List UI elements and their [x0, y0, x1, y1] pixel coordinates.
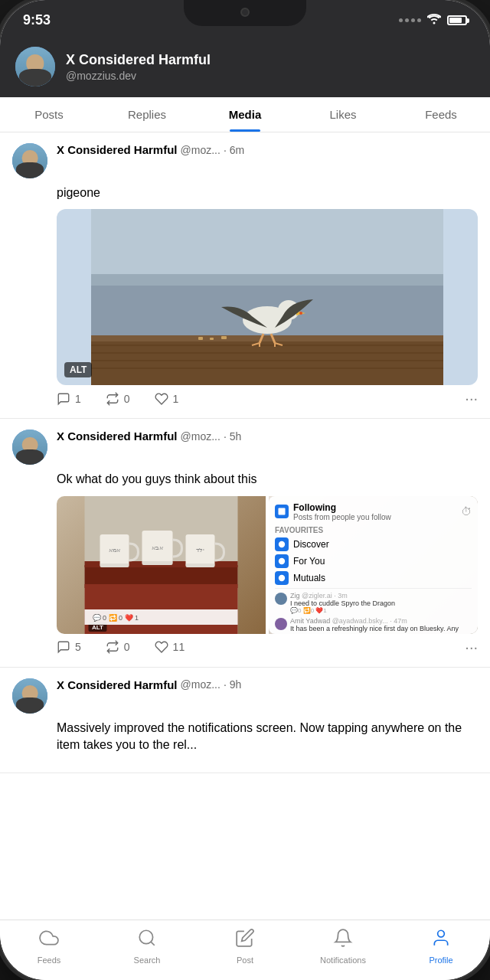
bell-icon	[333, 928, 353, 952]
post-1-avatar[interactable]	[12, 143, 47, 178]
svg-text:אמא: אמא	[109, 547, 120, 554]
post-3-text: Massively improved the notifications scr…	[57, 720, 478, 754]
svg-rect-3	[91, 339, 443, 385]
following-sub: Posts from people you follow	[293, 513, 391, 521]
fav-mutuals[interactable]: Mutuals	[275, 571, 472, 585]
more-button-1[interactable]: ···	[465, 390, 478, 407]
post-3-meta: X Considered Harmful @moz... · 9h	[57, 678, 478, 691]
nav-profile-label: Profile	[429, 956, 452, 965]
notch	[184, 0, 306, 26]
svg-rect-24	[85, 584, 238, 634]
comment-count-2: 5	[75, 641, 81, 653]
phone-frame: 9:53	[0, 0, 490, 980]
camera	[240, 8, 250, 17]
profile-handle: @mozzius.dev	[66, 70, 475, 82]
post-3: X Considered Harmful @moz... · 9h Massiv…	[0, 668, 490, 773]
tab-feeds[interactable]: Feeds	[392, 97, 490, 132]
svg-rect-39	[279, 508, 286, 515]
svg-rect-19	[198, 337, 203, 340]
comment-button-2[interactable]: 5	[57, 640, 81, 654]
following-feed-icon	[275, 505, 289, 518]
comment-count-1: 1	[75, 393, 81, 405]
nav-feeds-label: Feeds	[38, 956, 61, 965]
svg-point-44	[438, 930, 445, 937]
svg-rect-30	[142, 561, 173, 565]
following-row: Following Posts from people you follow ⏱	[275, 502, 472, 521]
svg-text:אבא: אבא	[152, 544, 163, 551]
profile-info: X Considered Harmful @mozzius.dev	[66, 52, 475, 82]
more-button-2[interactable]: ···	[465, 639, 478, 656]
nav-search-label: Search	[134, 956, 161, 965]
post-1-meta: X Considered Harmful @moz... · 6m	[57, 143, 478, 156]
nav-search[interactable]: Search	[98, 928, 196, 965]
svg-point-43	[139, 930, 152, 943]
mutuals-icon	[275, 571, 289, 585]
repost-button-2[interactable]: 0	[106, 640, 130, 654]
post-2: X Considered Harmful @moz... · 5h Ok wha…	[0, 419, 490, 667]
fav-discover-label: Discover	[293, 539, 329, 550]
like-count-2: 11	[173, 641, 185, 653]
post-1-actions: 1 0 1 ···	[57, 390, 478, 407]
grid-img-right[interactable]: Following Posts from people you follow ⏱…	[269, 496, 478, 634]
content-scroll[interactable]: X Considered Harmful @moz... · 6m pigeon…	[0, 132, 490, 920]
post-3-avatar[interactable]	[12, 678, 47, 714]
fav-discover[interactable]: Discover	[275, 537, 472, 551]
like-button-2[interactable]: 11	[155, 640, 185, 654]
svg-rect-4	[91, 335, 443, 341]
repost-count-1: 0	[124, 393, 130, 405]
svg-text:ALT: ALT	[92, 624, 103, 631]
tab-media[interactable]: Media	[196, 97, 294, 132]
repost-button-1[interactable]: 0	[106, 392, 130, 406]
post-2-avatar[interactable]	[12, 430, 47, 465]
post-2-handle: @moz...	[181, 430, 220, 443]
post-icon	[235, 928, 255, 952]
feeds-icon	[39, 928, 59, 952]
tab-replies[interactable]: Replies	[98, 97, 196, 132]
post-1-header: X Considered Harmful @moz... · 6m	[12, 143, 478, 178]
svg-point-12	[299, 312, 302, 315]
svg-rect-20	[210, 338, 214, 340]
post-2-text: Ok what do you guys think about this	[57, 471, 478, 488]
avatar	[15, 47, 55, 87]
comment-button-1[interactable]: 1	[57, 392, 81, 406]
tab-posts[interactable]: Posts	[0, 97, 98, 132]
post-3-time: · 9h	[224, 678, 241, 691]
following-title: Following	[293, 502, 391, 513]
post-2-time: · 5h	[224, 430, 241, 443]
wifi-icon	[427, 14, 441, 28]
person-icon	[431, 928, 451, 952]
nav-notifications[interactable]: Notifications	[294, 928, 392, 965]
svg-point-40	[279, 541, 285, 547]
nav-notifications-label: Notifications	[320, 956, 366, 965]
fav-foryou-label: For You	[293, 556, 325, 567]
nav-profile[interactable]: Profile	[392, 928, 490, 965]
post-2-grid[interactable]: אמא אבא ילד	[57, 496, 478, 634]
following-dropdown[interactable]: Following Posts from people you follow ⏱…	[269, 496, 478, 634]
fav-foryou[interactable]: For You	[275, 554, 472, 568]
status-icons	[399, 14, 467, 28]
svg-point-41	[279, 558, 285, 564]
svg-point-42	[279, 575, 285, 581]
post-1-image[interactable]: ALT	[57, 209, 478, 385]
profile-header: X Considered Harmful @mozzius.dev	[0, 36, 490, 97]
post-3-handle: @moz...	[181, 678, 220, 691]
nav-post[interactable]: Post	[196, 928, 294, 965]
signal-dots	[399, 18, 421, 22]
post-1-text: pigeone	[57, 185, 478, 201]
post-3-header: X Considered Harmful @moz... · 9h	[12, 678, 478, 714]
favourites-label: FAVOURITES	[275, 526, 472, 534]
post-3-author: X Considered Harmful	[57, 678, 178, 691]
nav-post-label: Post	[237, 956, 253, 965]
alt-badge[interactable]: ALT	[64, 362, 92, 377]
svg-rect-21	[221, 336, 227, 339]
nav-feeds[interactable]: Feeds	[0, 928, 98, 965]
tab-likes[interactable]: Likes	[294, 97, 392, 132]
grid-img-left[interactable]: אמא אבא ילד	[57, 496, 266, 634]
like-button-1[interactable]: 1	[155, 392, 179, 406]
foryou-icon	[275, 554, 289, 568]
post-1-time: · 6m	[224, 144, 244, 156]
like-count-1: 1	[173, 393, 179, 405]
post-2-header: X Considered Harmful @moz... · 5h	[12, 430, 478, 465]
discover-icon	[275, 537, 289, 551]
post-1-handle: @moz...	[181, 144, 220, 156]
